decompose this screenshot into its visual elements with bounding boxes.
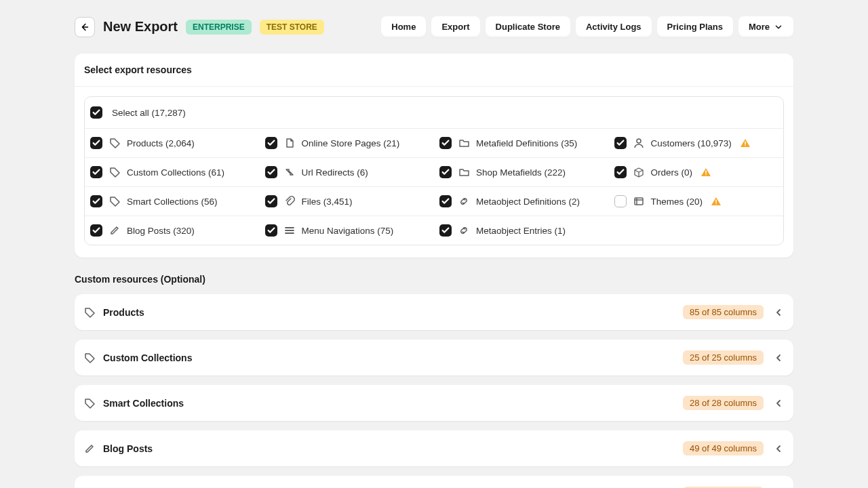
select-all-label: Select all (17,287)	[112, 108, 186, 118]
warning-icon	[711, 196, 722, 207]
check-icon	[92, 138, 101, 148]
resource-checkbox[interactable]	[614, 166, 627, 178]
select-all-row[interactable]: Select all (17,287)	[85, 97, 783, 129]
resource-checkbox[interactable]	[265, 224, 277, 237]
resource-checkbox[interactable]	[439, 137, 452, 149]
resource-label: Themes (20)	[651, 197, 703, 207]
accordion-item[interactable]: Blog Posts49 of 49 columns	[75, 430, 793, 466]
page-title: New Export	[103, 19, 178, 35]
chevron-left-icon	[773, 307, 784, 318]
resource-label: Shop Metafields (222)	[476, 167, 566, 178]
warning-icon	[701, 167, 711, 178]
resource-checkbox[interactable]	[265, 137, 277, 149]
accordion-item[interactable]: Products85 of 85 columns	[75, 294, 793, 330]
resource-cell[interactable]: Customers (10,973)	[609, 129, 784, 157]
tag-icon	[84, 398, 95, 409]
chevron-left-icon	[773, 398, 784, 409]
warning-icon	[740, 138, 751, 148]
resource-cell[interactable]: Smart Collections (56)	[85, 187, 260, 216]
theme-icon	[633, 196, 644, 207]
accordion-item[interactable]: Online Store Pages20 of 20 columns	[75, 476, 793, 488]
resource-label: Url Redirects (6)	[302, 167, 368, 178]
resource-cell[interactable]: Metafield Definitions (35)	[434, 129, 609, 157]
tag-icon	[109, 167, 120, 178]
resource-cell[interactable]: Orders (0)	[609, 158, 784, 186]
nav-duplicate-store[interactable]: Duplicate Store	[486, 16, 570, 37]
resource-checkbox[interactable]	[614, 195, 627, 207]
columns-badge: 28 of 28 columns	[683, 396, 764, 410]
check-icon	[267, 167, 276, 177]
check-icon	[267, 138, 276, 148]
check-icon	[92, 226, 101, 235]
resource-cell[interactable]: Metaobject Definitions (2)	[434, 187, 609, 216]
resource-cell[interactable]: Themes (20)	[609, 187, 784, 216]
resource-label: Smart Collections (56)	[127, 197, 218, 207]
nav-home[interactable]: Home	[381, 16, 426, 37]
check-icon	[441, 138, 450, 148]
accordion-title: Smart Collections	[103, 398, 184, 409]
resource-cell[interactable]: Metaobject Entries (1)	[434, 216, 609, 245]
chevron-down-icon	[774, 22, 783, 32]
accordion-title: Blog Posts	[103, 443, 153, 454]
resource-cell[interactable]: Menu Navigations (75)	[260, 216, 435, 245]
folder-icon	[458, 138, 469, 148]
box-icon	[633, 167, 644, 178]
folder-icon	[458, 167, 469, 178]
resource-label: Custom Collections (61)	[127, 167, 224, 178]
resource-checkbox[interactable]	[265, 195, 277, 207]
resource-checkbox[interactable]	[90, 137, 102, 149]
resource-checkbox[interactable]	[614, 137, 627, 149]
resource-label: Menu Navigations (75)	[302, 226, 394, 236]
resource-checkbox[interactable]	[90, 195, 102, 207]
accordion-item[interactable]: Smart Collections28 of 28 columns	[75, 385, 793, 421]
nav-export[interactable]: Export	[431, 16, 479, 37]
page-icon	[284, 138, 295, 148]
user-icon	[633, 138, 644, 148]
resource-cell[interactable]: Custom Collections (61)	[85, 158, 260, 186]
check-icon	[616, 167, 625, 177]
menu-icon	[284, 225, 295, 236]
nav-pricing-plans[interactable]: Pricing Plans	[657, 16, 733, 37]
link-icon	[458, 196, 469, 207]
chevron-left-icon	[773, 443, 784, 454]
link-icon	[458, 225, 469, 236]
enterprise-badge: ENTERPRISE	[186, 20, 252, 35]
check-icon	[441, 226, 450, 235]
nav-more[interactable]: More	[738, 16, 793, 37]
test-store-badge: TEST STORE	[260, 20, 324, 35]
check-icon	[441, 167, 450, 177]
resource-checkbox[interactable]	[439, 224, 452, 237]
check-icon	[92, 197, 101, 206]
resource-checkbox[interactable]	[90, 224, 102, 237]
columns-badge: 85 of 85 columns	[683, 305, 764, 319]
resource-cell[interactable]: Blog Posts (320)	[85, 216, 260, 245]
custom-resources-title: Custom resources (Optional)	[75, 274, 793, 285]
accordion-title: Products	[103, 307, 144, 318]
accordion-item[interactable]: Custom Collections25 of 25 columns	[75, 340, 793, 375]
resource-label: Blog Posts (320)	[127, 226, 195, 236]
resource-cell[interactable]: Files (3,451)	[260, 187, 435, 216]
back-button[interactable]	[75, 17, 95, 37]
resource-label: Metafield Definitions (35)	[476, 138, 577, 148]
edit-icon	[84, 443, 95, 454]
resource-checkbox[interactable]	[439, 166, 452, 178]
resource-checkbox[interactable]	[90, 166, 102, 178]
resource-label: Metaobject Definitions (2)	[476, 197, 580, 207]
redirect-icon	[284, 167, 295, 178]
select-all-checkbox[interactable]	[90, 106, 102, 119]
tag-icon	[109, 196, 120, 207]
resource-cell[interactable]: Online Store Pages (21)	[260, 129, 435, 157]
check-icon	[441, 197, 450, 206]
resource-cell[interactable]: Products (2,064)	[85, 129, 260, 157]
tag-icon	[84, 307, 95, 318]
resource-checkbox[interactable]	[265, 166, 277, 178]
resource-label: Metaobject Entries (1)	[476, 226, 566, 236]
resource-cell[interactable]: Url Redirects (6)	[260, 158, 435, 186]
check-icon	[92, 167, 101, 177]
check-icon	[92, 108, 101, 117]
resource-checkbox[interactable]	[439, 195, 452, 207]
nav-more-label: More	[749, 22, 770, 32]
resource-label: Online Store Pages (21)	[302, 138, 400, 148]
resource-cell[interactable]: Shop Metafields (222)	[434, 158, 609, 186]
nav-activity-logs[interactable]: Activity Logs	[576, 16, 652, 37]
